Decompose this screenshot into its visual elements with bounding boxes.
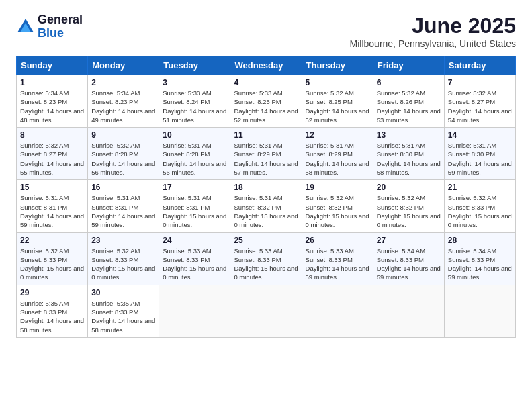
header: General Blue June 2025 Millbourne, Penns…: [16, 13, 516, 49]
header-friday: Friday: [373, 56, 444, 75]
day-number: 19: [306, 183, 369, 192]
title-area: June 2025 Millbourne, Pennsylvania, Unit…: [350, 13, 516, 49]
day-info: Sunrise: 5:32 AMSunset: 8:32 PMDaylight:…: [377, 193, 441, 229]
day-info: Sunrise: 5:31 AMSunset: 8:29 PMDaylight:…: [234, 141, 298, 177]
day-cell-31: [159, 285, 230, 337]
header-sunday: Sunday: [17, 56, 88, 75]
day-cell-2: 2 Sunrise: 5:34 AMSunset: 8:23 PMDayligh…: [88, 75, 159, 128]
day-cell-26: 26 Sunrise: 5:33 AMSunset: 8:33 PMDaylig…: [302, 232, 373, 285]
day-cell-8: 8 Sunrise: 5:32 AMSunset: 8:27 PMDayligh…: [17, 128, 88, 180]
day-info: Sunrise: 5:34 AMSunset: 8:23 PMDaylight:…: [91, 89, 155, 124]
day-number: 23: [91, 236, 155, 245]
day-info: Sunrise: 5:31 AMSunset: 8:32 PMDaylight:…: [234, 193, 298, 229]
day-cell-9: 9 Sunrise: 5:32 AMSunset: 8:28 PMDayligh…: [88, 128, 159, 180]
week-row-4: 22 Sunrise: 5:32 AMSunset: 8:33 PMDaylig…: [17, 232, 516, 285]
day-number: 5: [306, 78, 369, 87]
day-cell-23: 23 Sunrise: 5:32 AMSunset: 8:33 PMDaylig…: [88, 232, 159, 285]
day-info: Sunrise: 5:31 AMSunset: 8:29 PMDaylight:…: [306, 141, 369, 177]
day-info: Sunrise: 5:32 AMSunset: 8:27 PMDaylight:…: [20, 141, 84, 177]
day-info: Sunrise: 5:35 AMSunset: 8:33 PMDaylight:…: [91, 299, 155, 334]
day-info: Sunrise: 5:31 AMSunset: 8:31 PMDaylight:…: [91, 193, 155, 229]
calendar-body: 1 Sunrise: 5:34 AMSunset: 8:23 PMDayligh…: [17, 75, 516, 338]
day-cell-19: 19 Sunrise: 5:32 AMSunset: 8:32 PMDaylig…: [302, 180, 373, 232]
day-number: 12: [306, 130, 369, 140]
day-info: Sunrise: 5:31 AMSunset: 8:30 PMDaylight:…: [448, 141, 512, 177]
day-number: 28: [448, 236, 512, 245]
logo: General Blue: [16, 13, 83, 40]
week-row-5: 29 Sunrise: 5:35 AMSunset: 8:33 PMDaylig…: [17, 285, 516, 337]
day-info: Sunrise: 5:35 AMSunset: 8:33 PMDaylight:…: [20, 299, 84, 334]
day-cell-33: [302, 285, 373, 337]
day-number: 8: [20, 130, 84, 140]
header-row: Sunday Monday Tuesday Wednesday Thursday…: [17, 56, 516, 75]
week-row-1: 1 Sunrise: 5:34 AMSunset: 8:23 PMDayligh…: [17, 75, 516, 128]
day-info: Sunrise: 5:33 AMSunset: 8:24 PMDaylight:…: [163, 89, 226, 124]
day-number: 10: [163, 130, 226, 140]
day-cell-3: 3 Sunrise: 5:33 AMSunset: 8:24 PMDayligh…: [159, 75, 230, 128]
day-cell-10: 10 Sunrise: 5:31 AMSunset: 8:28 PMDaylig…: [159, 128, 230, 180]
day-number: 14: [448, 130, 512, 140]
day-info: Sunrise: 5:33 AMSunset: 8:33 PMDaylight:…: [163, 246, 226, 282]
day-info: Sunrise: 5:34 AMSunset: 8:33 PMDaylight:…: [377, 246, 441, 282]
day-cell-35: [444, 285, 515, 337]
logo-blue: Blue: [38, 27, 83, 40]
day-cell-11: 11 Sunrise: 5:31 AMSunset: 8:29 PMDaylig…: [230, 128, 302, 180]
day-cell-16: 16 Sunrise: 5:31 AMSunset: 8:31 PMDaylig…: [88, 180, 159, 232]
day-info: Sunrise: 5:32 AMSunset: 8:33 PMDaylight:…: [20, 246, 84, 282]
day-info: Sunrise: 5:32 AMSunset: 8:25 PMDaylight:…: [306, 89, 369, 124]
day-cell-25: 25 Sunrise: 5:33 AMSunset: 8:33 PMDaylig…: [230, 232, 302, 285]
logo-general: General: [38, 13, 83, 27]
header-tuesday: Tuesday: [159, 56, 230, 75]
calendar-subtitle: Millbourne, Pennsylvania, United States: [350, 38, 516, 49]
day-number: 11: [234, 130, 298, 140]
day-cell-20: 20 Sunrise: 5:32 AMSunset: 8:32 PMDaylig…: [373, 180, 444, 232]
day-number: 24: [163, 236, 226, 245]
header-monday: Monday: [88, 56, 159, 75]
day-info: Sunrise: 5:31 AMSunset: 8:28 PMDaylight:…: [163, 141, 226, 177]
day-number: 21: [448, 183, 512, 192]
header-saturday: Saturday: [444, 56, 515, 75]
day-cell-18: 18 Sunrise: 5:31 AMSunset: 8:32 PMDaylig…: [230, 180, 302, 232]
day-info: Sunrise: 5:32 AMSunset: 8:33 PMDaylight:…: [91, 246, 155, 282]
day-number: 20: [377, 183, 441, 192]
day-number: 3: [163, 78, 226, 87]
day-number: 13: [377, 130, 441, 140]
week-row-2: 8 Sunrise: 5:32 AMSunset: 8:27 PMDayligh…: [17, 128, 516, 180]
header-wednesday: Wednesday: [230, 56, 302, 75]
day-number: 9: [91, 130, 155, 140]
day-number: 6: [377, 78, 441, 87]
logo-text: General Blue: [38, 13, 83, 40]
day-number: 2: [91, 78, 155, 87]
day-cell-32: [230, 285, 302, 337]
day-info: Sunrise: 5:32 AMSunset: 8:33 PMDaylight:…: [448, 193, 512, 229]
day-info: Sunrise: 5:31 AMSunset: 8:30 PMDaylight:…: [377, 141, 441, 177]
day-cell-1: 1 Sunrise: 5:34 AMSunset: 8:23 PMDayligh…: [17, 75, 88, 128]
day-info: Sunrise: 5:33 AMSunset: 8:33 PMDaylight:…: [306, 246, 369, 282]
logo-icon: [16, 17, 35, 36]
day-cell-15: 15 Sunrise: 5:31 AMSunset: 8:31 PMDaylig…: [17, 180, 88, 232]
day-number: 16: [91, 183, 155, 192]
header-thursday: Thursday: [302, 56, 373, 75]
day-number: 29: [20, 288, 84, 298]
calendar-table: Sunday Monday Tuesday Wednesday Thursday…: [16, 56, 516, 338]
day-number: 1: [20, 78, 84, 87]
day-cell-6: 6 Sunrise: 5:32 AMSunset: 8:26 PMDayligh…: [373, 75, 444, 128]
calendar-title: June 2025: [350, 13, 516, 38]
day-cell-22: 22 Sunrise: 5:32 AMSunset: 8:33 PMDaylig…: [17, 232, 88, 285]
day-info: Sunrise: 5:31 AMSunset: 8:31 PMDaylight:…: [20, 193, 84, 229]
day-info: Sunrise: 5:33 AMSunset: 8:25 PMDaylight:…: [234, 89, 298, 124]
day-info: Sunrise: 5:31 AMSunset: 8:31 PMDaylight:…: [163, 193, 226, 229]
day-cell-29: 29 Sunrise: 5:35 AMSunset: 8:33 PMDaylig…: [17, 285, 88, 337]
day-cell-27: 27 Sunrise: 5:34 AMSunset: 8:33 PMDaylig…: [373, 232, 444, 285]
day-cell-21: 21 Sunrise: 5:32 AMSunset: 8:33 PMDaylig…: [444, 180, 515, 232]
day-info: Sunrise: 5:32 AMSunset: 8:28 PMDaylight:…: [91, 141, 155, 177]
day-number: 7: [448, 78, 512, 87]
day-cell-13: 13 Sunrise: 5:31 AMSunset: 8:30 PMDaylig…: [373, 128, 444, 180]
day-info: Sunrise: 5:34 AMSunset: 8:23 PMDaylight:…: [20, 89, 84, 124]
day-cell-30: 30 Sunrise: 5:35 AMSunset: 8:33 PMDaylig…: [88, 285, 159, 337]
day-info: Sunrise: 5:33 AMSunset: 8:33 PMDaylight:…: [234, 246, 298, 282]
calendar-header: Sunday Monday Tuesday Wednesday Thursday…: [17, 56, 516, 75]
day-cell-14: 14 Sunrise: 5:31 AMSunset: 8:30 PMDaylig…: [444, 128, 515, 180]
day-number: 30: [91, 288, 155, 298]
day-cell-34: [373, 285, 444, 337]
